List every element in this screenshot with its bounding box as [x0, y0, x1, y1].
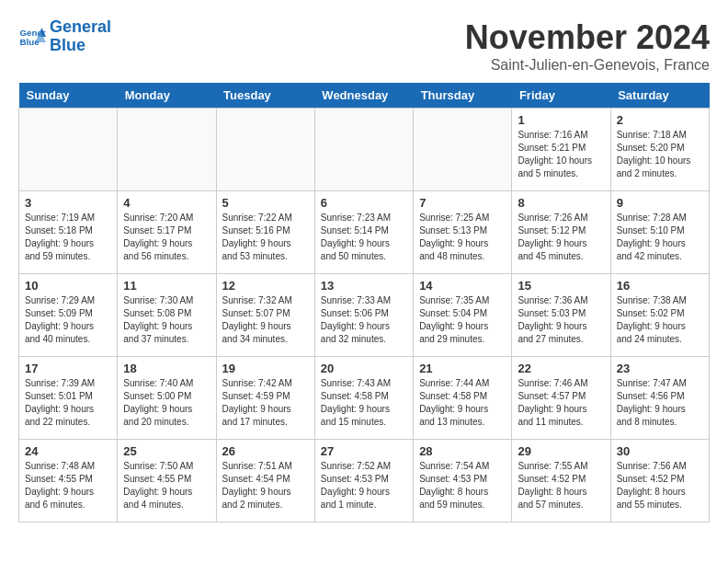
logo-icon: General Blue [18, 24, 46, 50]
calendar-cell: 24Sunrise: 7:48 AM Sunset: 4:55 PM Dayli… [19, 440, 118, 523]
day-info: Sunrise: 7:51 AM Sunset: 4:54 PM Dayligh… [222, 460, 309, 511]
calendar-cell [118, 109, 216, 191]
day-info: Sunrise: 7:47 AM Sunset: 4:56 PM Dayligh… [617, 377, 703, 429]
weekday-header-row: SundayMondayTuesdayWednesdayThursdayFrid… [19, 83, 710, 109]
day-number: 25 [123, 444, 210, 458]
calendar-cell: 23Sunrise: 7:47 AM Sunset: 4:56 PM Dayli… [610, 357, 709, 440]
day-number: 26 [222, 444, 309, 458]
calendar-cell: 20Sunrise: 7:43 AM Sunset: 4:58 PM Dayli… [314, 357, 413, 440]
day-number: 2 [617, 113, 703, 127]
day-info: Sunrise: 7:22 AM Sunset: 5:16 PM Dayligh… [222, 212, 309, 263]
logo: General Blue General Blue [18, 18, 111, 55]
day-number: 18 [123, 362, 210, 375]
logo-line1: General [50, 17, 111, 36]
day-number: 30 [617, 444, 703, 458]
week-row: 24Sunrise: 7:48 AM Sunset: 4:55 PM Dayli… [19, 440, 710, 523]
calendar-cell: 12Sunrise: 7:32 AM Sunset: 5:07 PM Dayli… [216, 274, 314, 357]
calendar-cell: 2Sunrise: 7:18 AM Sunset: 5:20 PM Daylig… [610, 109, 709, 191]
week-row: 10Sunrise: 7:29 AM Sunset: 5:09 PM Dayli… [19, 274, 710, 357]
day-number: 9 [617, 196, 703, 210]
calendar-cell: 7Sunrise: 7:25 AM Sunset: 5:13 PM Daylig… [414, 191, 512, 274]
day-number: 22 [518, 362, 604, 375]
day-number: 6 [321, 196, 407, 210]
location: Saint-Julien-en-Genevois, France [465, 57, 710, 74]
calendar-cell: 15Sunrise: 7:36 AM Sunset: 5:03 PM Dayli… [512, 274, 610, 357]
calendar-cell: 21Sunrise: 7:44 AM Sunset: 4:58 PM Dayli… [414, 357, 512, 440]
day-info: Sunrise: 7:39 AM Sunset: 5:01 PM Dayligh… [25, 377, 111, 429]
calendar-cell: 18Sunrise: 7:40 AM Sunset: 5:00 PM Dayli… [118, 357, 216, 440]
day-info: Sunrise: 7:25 AM Sunset: 5:13 PM Dayligh… [419, 212, 506, 263]
calendar-cell: 26Sunrise: 7:51 AM Sunset: 4:54 PM Dayli… [216, 440, 314, 523]
calendar-cell [414, 109, 512, 191]
weekday-header: Wednesday [314, 83, 413, 109]
calendar-cell: 30Sunrise: 7:56 AM Sunset: 4:52 PM Dayli… [610, 440, 709, 523]
weekday-header: Thursday [414, 83, 512, 109]
calendar-cell [216, 109, 314, 191]
day-number: 23 [617, 362, 703, 375]
day-number: 1 [518, 113, 604, 127]
day-info: Sunrise: 7:38 AM Sunset: 5:02 PM Dayligh… [617, 294, 703, 346]
day-info: Sunrise: 7:18 AM Sunset: 5:20 PM Dayligh… [617, 129, 703, 180]
day-number: 16 [617, 279, 703, 293]
calendar-cell [19, 109, 118, 191]
calendar-cell [314, 109, 413, 191]
day-info: Sunrise: 7:44 AM Sunset: 4:58 PM Dayligh… [419, 377, 506, 429]
day-number: 20 [321, 362, 407, 375]
weekday-header: Friday [512, 83, 610, 109]
day-info: Sunrise: 7:56 AM Sunset: 4:52 PM Dayligh… [617, 460, 703, 511]
day-info: Sunrise: 7:46 AM Sunset: 4:57 PM Dayligh… [518, 377, 604, 429]
day-info: Sunrise: 7:48 AM Sunset: 4:55 PM Dayligh… [25, 460, 111, 511]
day-info: Sunrise: 7:29 AM Sunset: 5:09 PM Dayligh… [25, 294, 111, 346]
day-number: 4 [123, 196, 210, 210]
day-info: Sunrise: 7:36 AM Sunset: 5:03 PM Dayligh… [518, 294, 604, 346]
day-number: 13 [321, 279, 407, 293]
day-number: 12 [222, 279, 309, 293]
week-row: 17Sunrise: 7:39 AM Sunset: 5:01 PM Dayli… [19, 357, 710, 440]
weekday-header: Saturday [610, 83, 709, 109]
calendar-cell: 5Sunrise: 7:22 AM Sunset: 5:16 PM Daylig… [216, 191, 314, 274]
day-number: 11 [123, 279, 210, 293]
day-info: Sunrise: 7:55 AM Sunset: 4:52 PM Dayligh… [518, 460, 604, 511]
calendar-cell: 3Sunrise: 7:19 AM Sunset: 5:18 PM Daylig… [19, 191, 118, 274]
day-number: 17 [25, 362, 111, 375]
calendar-cell: 14Sunrise: 7:35 AM Sunset: 5:04 PM Dayli… [414, 274, 512, 357]
day-info: Sunrise: 7:32 AM Sunset: 5:07 PM Dayligh… [222, 294, 309, 346]
day-info: Sunrise: 7:20 AM Sunset: 5:17 PM Dayligh… [123, 212, 210, 263]
calendar-cell: 4Sunrise: 7:20 AM Sunset: 5:17 PM Daylig… [118, 191, 216, 274]
day-number: 3 [25, 196, 111, 210]
calendar-cell: 22Sunrise: 7:46 AM Sunset: 4:57 PM Dayli… [512, 357, 610, 440]
day-number: 5 [222, 196, 309, 210]
day-info: Sunrise: 7:16 AM Sunset: 5:21 PM Dayligh… [518, 129, 604, 180]
calendar-cell: 8Sunrise: 7:26 AM Sunset: 5:12 PM Daylig… [512, 191, 610, 274]
day-info: Sunrise: 7:19 AM Sunset: 5:18 PM Dayligh… [25, 212, 111, 263]
day-info: Sunrise: 7:43 AM Sunset: 4:58 PM Dayligh… [321, 377, 407, 429]
day-info: Sunrise: 7:26 AM Sunset: 5:12 PM Dayligh… [518, 212, 604, 263]
day-number: 7 [419, 196, 506, 210]
month-title: November 2024 [465, 18, 710, 57]
week-row: 3Sunrise: 7:19 AM Sunset: 5:18 PM Daylig… [19, 191, 710, 274]
calendar-cell: 13Sunrise: 7:33 AM Sunset: 5:06 PM Dayli… [314, 274, 413, 357]
day-info: Sunrise: 7:30 AM Sunset: 5:08 PM Dayligh… [123, 294, 210, 346]
title-area: November 2024 Saint-Julien-en-Genevois, … [465, 18, 710, 74]
day-number: 8 [518, 196, 604, 210]
calendar-cell: 1Sunrise: 7:16 AM Sunset: 5:21 PM Daylig… [512, 109, 610, 191]
day-info: Sunrise: 7:54 AM Sunset: 4:53 PM Dayligh… [419, 460, 506, 511]
calendar-cell: 17Sunrise: 7:39 AM Sunset: 5:01 PM Dayli… [19, 357, 118, 440]
calendar-cell: 29Sunrise: 7:55 AM Sunset: 4:52 PM Dayli… [512, 440, 610, 523]
day-info: Sunrise: 7:35 AM Sunset: 5:04 PM Dayligh… [419, 294, 506, 346]
day-info: Sunrise: 7:33 AM Sunset: 5:06 PM Dayligh… [321, 294, 407, 346]
day-number: 15 [518, 279, 604, 293]
calendar-cell: 9Sunrise: 7:28 AM Sunset: 5:10 PM Daylig… [610, 191, 709, 274]
day-info: Sunrise: 7:50 AM Sunset: 4:55 PM Dayligh… [123, 460, 210, 511]
day-info: Sunrise: 7:40 AM Sunset: 5:00 PM Dayligh… [123, 377, 210, 429]
logo-text: General Blue [50, 18, 111, 55]
calendar-cell: 16Sunrise: 7:38 AM Sunset: 5:02 PM Dayli… [610, 274, 709, 357]
day-number: 28 [419, 444, 506, 458]
header: General Blue General Blue November 2024 … [18, 18, 710, 74]
day-number: 24 [25, 444, 111, 458]
calendar-cell: 10Sunrise: 7:29 AM Sunset: 5:09 PM Dayli… [19, 274, 118, 357]
calendar-cell: 6Sunrise: 7:23 AM Sunset: 5:14 PM Daylig… [314, 191, 413, 274]
calendar-cell: 25Sunrise: 7:50 AM Sunset: 4:55 PM Dayli… [118, 440, 216, 523]
day-number: 14 [419, 279, 506, 293]
weekday-header: Sunday [19, 83, 118, 109]
